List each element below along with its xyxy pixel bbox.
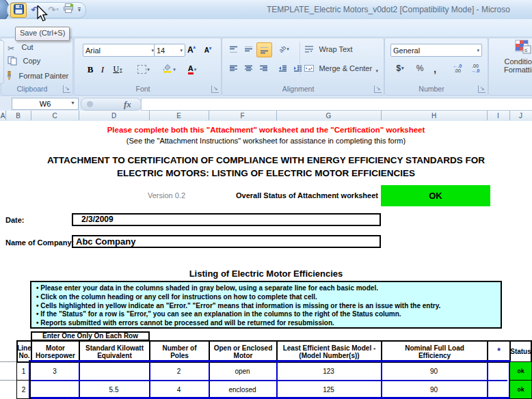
italic-button[interactable]: I	[97, 63, 108, 76]
font-color-dropdown-icon[interactable]: ▾	[194, 67, 197, 72]
wrap-text-button[interactable]: Wrap Text	[304, 44, 353, 56]
cell-efficiency-1[interactable]: 90	[382, 362, 486, 380]
decrease-indent-button[interactable]	[276, 61, 290, 75]
column-header-i[interactable]: I	[487, 111, 510, 120]
overall-status-cell[interactable]: OK	[381, 185, 490, 206]
name-box-dropdown-icon[interactable]: ▼	[68, 98, 77, 108]
column-header-f[interactable]: F	[209, 111, 277, 120]
number-dialog-launcher[interactable]: ↘	[478, 85, 486, 93]
qat-customize-button[interactable]: ▾	[75, 3, 83, 16]
bold-button[interactable]: B	[84, 63, 96, 76]
cell-model-1[interactable]: 123	[277, 362, 380, 380]
column-header-h[interactable]: H	[381, 111, 488, 120]
format-painter-button[interactable]: Format Painter	[5, 71, 68, 83]
column-header-d[interactable]: D	[79, 111, 150, 120]
decrease-decimal-button[interactable]: .00→.0	[467, 61, 483, 75]
increase-indent-button[interactable]	[291, 61, 305, 75]
cell-hp-2[interactable]	[31, 381, 78, 398]
font-size-dropdown-icon: ▾	[180, 48, 183, 53]
copy-button[interactable]: Copy	[8, 56, 40, 68]
paste-button[interactable]: Paste	[0, 40, 4, 84]
formula-bar: W6 ▼ fx	[0, 96, 532, 111]
fill-color-button[interactable]: ▾	[158, 63, 180, 76]
increase-decimal-button[interactable]: ←.0.00	[449, 61, 466, 75]
wrap-text-icon	[304, 44, 314, 56]
underline-dropdown-icon[interactable]: ▾	[120, 67, 122, 72]
table-span-header[interactable]: Enter One Only On Each Row	[31, 331, 150, 341]
cell-hp-1[interactable]: 3	[31, 362, 78, 380]
cell-model-2[interactable]: 125	[277, 381, 380, 398]
column-header-c[interactable]: C	[31, 111, 79, 120]
worksheet[interactable]: Please complete both this "Attachment" w…	[0, 121, 532, 399]
alignment-group-label: Alignment	[222, 85, 374, 93]
cell-enclosure-2[interactable]: enclosed	[209, 381, 276, 398]
align-bottom-button[interactable]	[256, 42, 272, 57]
cell-star-2[interactable]	[488, 381, 509, 398]
cell-kw-2[interactable]: 5.5	[79, 381, 148, 398]
fill-color-dropdown-icon[interactable]: ▾	[173, 67, 176, 72]
currency-button[interactable]: $▾	[390, 61, 410, 75]
format-painter-label: Format Painter	[18, 72, 68, 80]
insert-function-button[interactable]: fx	[81, 98, 142, 111]
column-headers: A B C D E F G H I J	[0, 111, 532, 122]
percent-button[interactable]: %	[412, 61, 427, 75]
align-middle-button[interactable]	[241, 42, 256, 56]
orientation-button[interactable]: ab▾	[274, 42, 294, 56]
copy-label: Copy	[23, 57, 40, 65]
align-left-button[interactable]	[226, 61, 241, 75]
borders-dropdown-icon[interactable]: ▾	[147, 67, 150, 72]
main-title-line2: ELECTRIC MOTORS: LISTING OF ELECTRIC MOT…	[0, 168, 532, 178]
align-center-icon	[244, 65, 253, 72]
cut-button[interactable]: ✂ Cut	[8, 42, 34, 54]
borders-button[interactable]: ▾	[133, 63, 154, 76]
title-bar: ↶▾ ↷▾ ▾ TEMPLATE_Electric Motors_v0dot2 …	[0, 0, 532, 19]
gridline-stub	[0, 380, 16, 381]
shrink-font-button[interactable]: A▾	[200, 43, 215, 56]
column-header-g[interactable]: G	[276, 111, 382, 120]
cell-star-1[interactable]	[488, 362, 509, 380]
cell-poles-1[interactable]: 2	[150, 362, 208, 380]
font-name-select[interactable]: Arial▾	[83, 44, 157, 57]
cell-efficiency-2[interactable]: 90	[382, 381, 486, 398]
comma-button[interactable]: ,	[429, 61, 441, 75]
align-top-button[interactable]	[226, 42, 241, 56]
font-color-button[interactable]: A▾	[181, 63, 203, 76]
formula-input[interactable]	[141, 98, 532, 111]
cell-status-2[interactable]: ok	[509, 380, 532, 399]
grow-font-button[interactable]: A▴	[184, 43, 199, 56]
svg-text:≤: ≤	[524, 47, 528, 53]
cell-status-1[interactable]: ok	[509, 361, 532, 381]
overall-status-label: Overall Status of Attachment worksheet	[202, 191, 378, 200]
company-cell[interactable]: Abc Company	[72, 235, 381, 248]
print-button[interactable]	[62, 3, 75, 16]
merge-center-icon: a	[304, 63, 314, 75]
cell-poles-2[interactable]: 4	[150, 381, 208, 398]
merge-center-dropdown-icon[interactable]: ▾	[376, 68, 379, 73]
date-cell[interactable]: 2/3/2009	[72, 213, 381, 226]
underline-button[interactable]: U▾	[109, 63, 127, 76]
currency-dropdown-icon[interactable]: ▾	[401, 66, 404, 71]
number-format-select[interactable]: General▾	[390, 44, 482, 57]
align-right-button[interactable]	[256, 61, 271, 75]
alignment-dialog-launcher[interactable]: ↘	[374, 85, 382, 93]
cell-enclosure-1[interactable]: open	[209, 362, 276, 380]
column-header-j[interactable]: J	[509, 111, 532, 120]
clipboard-dialog-launcher[interactable]: ↘	[63, 85, 70, 93]
increase-indent-icon	[293, 65, 302, 72]
alignment-group: ab▾ Wrap Text	[222, 38, 384, 96]
font-dialog-launcher[interactable]: ↘	[211, 85, 219, 93]
conditional-formatting-label-2: Formatting	[504, 66, 532, 74]
copy-icon	[8, 56, 17, 68]
column-header-e[interactable]: E	[149, 111, 209, 120]
align-center-button[interactable]	[241, 61, 256, 75]
font-size-select[interactable]: 14▾	[154, 44, 185, 57]
header-status[interactable]: Status	[509, 340, 532, 363]
cell-line-1[interactable]: 1	[16, 361, 31, 381]
cell-line-2[interactable]: 2	[16, 380, 31, 399]
cell-kw-1[interactable]	[79, 362, 148, 380]
save-button[interactable]	[10, 3, 27, 18]
clipboard-group: Paste ✂ Cut Copy Format Painter Clipboar…	[1, 38, 73, 96]
conditional-formatting-button[interactable]: ≤ Conditional Formatting ▾	[504, 40, 532, 75]
merge-center-button[interactable]: a Merge & Center ▾	[304, 63, 378, 75]
column-header-b[interactable]: B	[5, 111, 31, 120]
